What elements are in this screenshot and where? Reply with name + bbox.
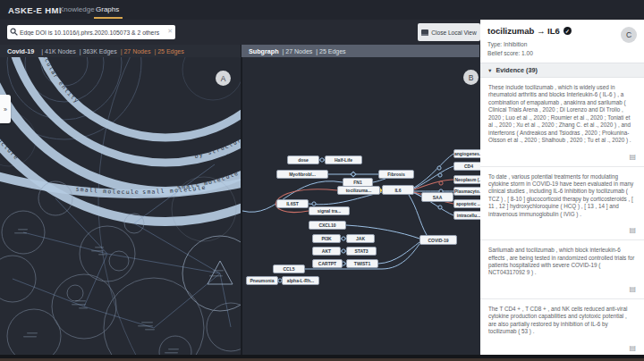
edge[interactable] [378,242,419,264]
graph-node-akt[interactable]: AKT [312,247,341,256]
cluster-circle[interactable] [67,285,83,301]
evidence-item: These include tocilizumab , which is wid… [480,78,644,167]
cluster-outline-large[interactable] [98,57,241,355]
edge-title-text: tocilizumab → IL6 [487,26,560,36]
graph-node-alpha-l-rh[interactable]: alpha-L-Rh... [282,276,319,285]
category-arcs[interactable] [0,57,241,222]
graph-node-jak[interactable]: JAK [346,234,375,243]
network-status-bar: Covid-19 | 41K Nodes | 363K Edges | 27 N… [0,45,241,57]
evidence-item: Sarilumab and tocilizumab , which block … [480,240,644,299]
evidence-list[interactable]: These include tocilizumab , which is wid… [480,78,644,355]
graph-node-covid-19[interactable]: COVID-19 [419,235,457,245]
graph-node-plasmacytoma[interactable]: Plasmacyto... [453,187,480,196]
graph-node-twist1[interactable]: TWIST1 [346,259,378,268]
selected-node-count: | 27 Nodes [121,48,151,55]
selected-edge-count: | 25 Edges [154,48,183,55]
graph-node-neoplasm[interactable]: Neoplasm (... [453,175,480,184]
subgraph-panel[interactable]: dose Half-Life Myofibrobl... FN1 Fibrosi… [242,57,480,355]
graph-node-il6st[interactable]: IL6ST [276,199,309,208]
evidence-section-header[interactable]: ▼ Evidence (39) [480,63,644,78]
evidence-source-icon[interactable]: ▤ [629,153,636,161]
curated-check-icon: ✓ [564,27,572,35]
search-box[interactable]: ✕ [7,25,175,39]
graph-node-stat3[interactable]: STAT3 [346,247,377,256]
tab-graphs[interactable]: Graphs [96,5,119,13]
graph-node-myofibroblast[interactable]: Myofibrobl... [276,170,328,179]
graph-node-ccl5[interactable]: CCL5 [273,264,305,273]
subgraph-node-count: | 27 Nodes [283,48,313,55]
subgraph-edge-count: | 25 Edges [316,48,345,55]
top-bar: ASKE-E HMI Knowledge Graphs [0,0,644,20]
edge-negative[interactable] [414,180,453,189]
graph-node-intracellular[interactable]: intracellu... [453,211,480,220]
evidence-source-icon[interactable]: ▤ [629,344,636,352]
graph-node-il6[interactable]: IL6 [382,185,414,195]
tab-knowledge[interactable]: Knowledge [59,5,95,13]
panel-badge-c: C [621,27,637,43]
edge[interactable] [414,166,453,189]
subgraph-status-bar: Subgraph | 27 Nodes | 25 Edges [242,45,479,57]
graph-node-angiogenesis[interactable]: angiogenes... [453,149,480,158]
network-title: Covid-19 [7,47,34,55]
subgraph-title: Subgraph [249,47,279,55]
search-input[interactable] [20,25,163,39]
network-edge-count: | 363K Edges [80,48,117,55]
graph-node-pi3k[interactable]: PI3K [312,234,341,243]
graph-node-tocilizumab[interactable]: tocilizuma... [337,186,380,195]
cluster-circle[interactable] [182,236,241,311]
evidence-text: The T CD4 + , T CD8 + , and NK cells red… [488,306,636,336]
graph-node-cxcl10[interactable]: CXCL10 [309,221,346,230]
graph-node-cartpt[interactable]: CARTPT [312,259,343,268]
category-arc[interactable] [0,57,241,191]
panel-badge-a: A [216,71,231,86]
sidebar-expander-button[interactable]: » [0,95,11,123]
local-view-icon [421,29,428,36]
search-icon [10,28,19,37]
clear-search-icon[interactable]: ✕ [167,28,173,35]
evidence-text: These include tocilizumab , which is wid… [488,84,636,145]
network-graph-panel[interactable]: molecular entity by structure small mole… [0,57,241,355]
graph-node-signal-transduction[interactable]: signal tra... [309,206,350,215]
network-node-count: | 41K Nodes [41,48,75,55]
node-blob-texture [14,229,224,353]
evidence-item: To date , various potential treatments f… [480,167,644,241]
edge-title: tocilizumab → IL6 ✓ [487,26,572,36]
cluster-circle[interactable] [7,309,61,355]
graph-node-fibrosis[interactable]: Fibrosis [378,170,414,179]
graph-node-pneumonia[interactable]: Pneumonia [246,276,278,285]
graph-node-dose[interactable]: dose [287,155,319,164]
graph-node-saa[interactable]: SAA [421,192,453,202]
edge-detail-header: tocilizumab → IL6 ✓ Type: Inhibition Bel… [480,20,644,63]
cluster-circles[interactable] [0,177,241,355]
cluster-texture [0,57,241,166]
edge[interactable] [373,179,386,182]
collapse-triangle-icon[interactable]: ▼ [487,68,492,73]
evidence-section-title: Evidence (39) [496,66,537,74]
cluster-circle[interactable] [109,251,129,271]
evidence-source-icon[interactable]: ▤ [629,226,636,234]
evidence-text: Sarilumab and tocilizumab , which block … [488,247,636,277]
graph-node-half-life[interactable]: Half-Life [325,155,362,164]
cluster-circle[interactable] [0,256,36,302]
evidence-text: To date , various potential treatments f… [488,173,636,219]
edge-detail-panel: tocilizumab → IL6 ✓ Type: Inhibition Bel… [480,20,644,355]
cluster-circle[interactable] [159,336,191,355]
graph-node-apoptotic[interactable]: apoptotic ... [453,199,480,208]
belief-score-label: Belief score: 1.00 [487,50,533,56]
close-local-view-button[interactable]: Close Local View [418,23,480,41]
graph-node-cd4[interactable]: CD4 [453,162,480,171]
app-title: ASKE-E HMI [8,5,62,15]
evidence-item: The T CD4 + , T CD8 + , and NK cells red… [480,299,644,355]
panel-badge-b: B [463,70,479,85]
close-local-view-label: Close Local View [431,29,476,36]
network-graph-canvas[interactable]: molecular entity by structure small mole… [0,57,241,355]
app-window: ASKE-E HMI Knowledge Graphs ✕ Close Loca… [0,0,644,361]
evidence-source-icon[interactable]: ▤ [629,285,636,293]
edge-type-label: Type: Inhibition [487,41,527,47]
edge[interactable] [414,154,453,188]
